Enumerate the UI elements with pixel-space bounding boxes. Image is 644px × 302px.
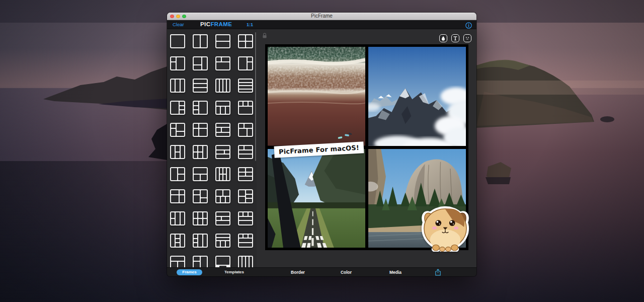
share-icon[interactable]	[435, 269, 441, 276]
tab-frames[interactable]: Frames	[177, 269, 202, 275]
canvas-toolbar	[439, 34, 471, 42]
frame-layout-option[interactable]	[215, 123, 230, 137]
droplet-button[interactable]	[439, 34, 447, 42]
frame-layout-option[interactable]	[170, 234, 185, 248]
frame-layout-option[interactable]	[238, 211, 253, 225]
sidebar-scrollbar[interactable]	[255, 32, 256, 161]
window-content: PicFrame For macOS!	[167, 29, 476, 267]
border-button[interactable]: Border	[291, 270, 305, 275]
frame-layout-option[interactable]	[170, 101, 185, 115]
frame-layout-option[interactable]	[170, 189, 185, 203]
photo-runway-valley[interactable]	[268, 149, 365, 248]
lock-icon[interactable]	[261, 32, 268, 41]
frame-layout-option[interactable]	[170, 123, 185, 137]
frame-layout-option[interactable]	[238, 34, 253, 48]
window-title: PicFrame	[167, 13, 476, 19]
screen: PicFrame Clear PICFRAME 1:1	[0, 0, 644, 302]
frame-layout-option[interactable]	[193, 56, 208, 70]
media-button[interactable]: Media	[389, 270, 401, 275]
frame-layout-option[interactable]	[215, 145, 230, 159]
editor-canvas[interactable]: PicFrame For macOS!	[257, 29, 476, 267]
frame-layout-option[interactable]	[170, 167, 185, 181]
photo-aerial-beach[interactable]	[268, 47, 365, 146]
frame-layout-option[interactable]	[238, 234, 253, 248]
frame-layout-option[interactable]	[238, 56, 253, 70]
frame-layout-option[interactable]	[215, 56, 230, 70]
aspect-ratio-button[interactable]: 1:1	[247, 22, 253, 27]
frame-layout-option[interactable]	[215, 79, 230, 93]
droplet-icon	[441, 36, 446, 41]
smiley-icon	[465, 36, 470, 41]
frame-layout-option[interactable]	[193, 145, 208, 159]
frame-layout-option[interactable]	[193, 34, 208, 48]
frame-layout-option[interactable]	[238, 123, 253, 137]
frame-layout-option[interactable]	[193, 211, 208, 225]
dog-sticker[interactable]	[421, 200, 470, 252]
text-button[interactable]	[451, 34, 459, 42]
frame-layout-option[interactable]	[238, 101, 253, 115]
frame-layout-option[interactable]	[238, 167, 253, 181]
frame-layout-option[interactable]	[170, 79, 185, 93]
frame-layout-option[interactable]	[193, 123, 208, 137]
frame-layout-option[interactable]	[193, 256, 208, 267]
sticker-button[interactable]	[463, 34, 471, 42]
frame-layout-option[interactable]	[215, 167, 230, 181]
bottom-bar: Frames Templates Border Color Media	[167, 267, 476, 276]
sidebar-tabs: Frames Templates	[167, 268, 257, 276]
frame-layout-option[interactable]	[215, 34, 230, 48]
frame-layout-option[interactable]	[193, 234, 208, 248]
canvas-actions: Border Color Media	[257, 268, 476, 276]
info-icon[interactable]	[465, 22, 472, 28]
color-button[interactable]: Color	[341, 270, 352, 275]
frame-layout-option[interactable]	[170, 145, 185, 159]
photo-mountain-peaks[interactable]	[368, 47, 466, 146]
frame-layout-option[interactable]	[238, 79, 253, 93]
frame-layout-option[interactable]	[215, 211, 230, 225]
frame-layout-option[interactable]	[170, 256, 185, 267]
frame-layout-option[interactable]	[170, 56, 185, 70]
frames-sidebar	[167, 29, 257, 267]
picframe-window: PicFrame Clear PICFRAME 1:1	[167, 13, 476, 276]
frame-layout-option[interactable]	[238, 256, 253, 267]
frame-layout-option[interactable]	[215, 234, 230, 248]
text-icon	[453, 36, 458, 41]
frame-layout-option[interactable]	[193, 167, 208, 181]
frame-layout-option[interactable]	[193, 79, 208, 93]
frames-grid	[170, 34, 254, 267]
frame-layout-option[interactable]	[193, 101, 208, 115]
window-titlebar[interactable]: PicFrame	[167, 13, 476, 20]
frame-layout-option[interactable]	[170, 211, 185, 225]
clear-button[interactable]: Clear	[173, 22, 184, 27]
tab-templates[interactable]: Templates	[224, 270, 244, 274]
frame-layout-option[interactable]	[193, 189, 208, 203]
frame-layout-option[interactable]	[215, 101, 230, 115]
logo-pic: PIC	[200, 21, 210, 27]
frame-layout-option[interactable]	[215, 256, 230, 267]
app-logo: PICFRAME	[200, 21, 232, 27]
frame-layout-option[interactable]	[238, 145, 253, 159]
logo-frame: FRAME	[210, 21, 232, 27]
frame-layout-option[interactable]	[215, 189, 230, 203]
app-toolbar: Clear PICFRAME 1:1	[167, 20, 476, 29]
frame-layout-option[interactable]	[170, 34, 185, 48]
frame-layout-option[interactable]	[238, 189, 253, 203]
